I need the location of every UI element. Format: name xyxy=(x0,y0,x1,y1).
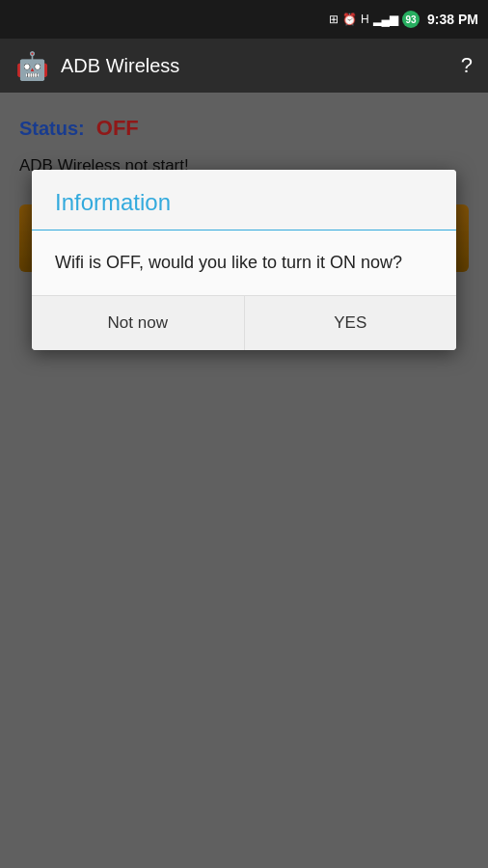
signal-icon: ▂▄▆ xyxy=(373,13,399,26)
not-now-button[interactable]: Not now xyxy=(32,296,245,350)
status-bar: ⊞ ⏰ H ▂▄▆ 93 9:38 PM xyxy=(0,0,488,39)
app-bar-left: 🤖 ADB Wireless xyxy=(15,50,179,82)
dialog-title: Information xyxy=(55,189,171,215)
app-title: ADB Wireless xyxy=(61,55,179,77)
status-icons: ⊞ ⏰ H ▂▄▆ 93 9:38 PM xyxy=(329,11,478,28)
sim-icon: ⊞ xyxy=(329,13,339,26)
battery-badge: 93 xyxy=(402,11,420,28)
dialog-message: Wifi is OFF, would you like to turn it O… xyxy=(55,253,402,272)
status-time: 9:38 PM xyxy=(427,12,478,27)
app-bar: 🤖 ADB Wireless ? xyxy=(0,39,488,93)
dialog-body: Wifi is OFF, would you like to turn it O… xyxy=(32,231,456,295)
dialog-header: Information xyxy=(32,170,456,230)
clock-icon: ⏰ xyxy=(342,13,357,26)
dialog: Information Wifi is OFF, would you like … xyxy=(32,170,456,350)
app-icon: 🤖 xyxy=(15,50,49,82)
yes-button[interactable]: YES xyxy=(245,296,457,350)
main-content: Status: OFF ADB Wireless not start! STAR… xyxy=(0,93,488,868)
dialog-overlay: Information Wifi is OFF, would you like … xyxy=(0,93,488,868)
data-icon: H xyxy=(361,13,369,26)
dialog-buttons: Not now YES xyxy=(32,296,456,350)
help-icon[interactable]: ? xyxy=(461,53,473,78)
